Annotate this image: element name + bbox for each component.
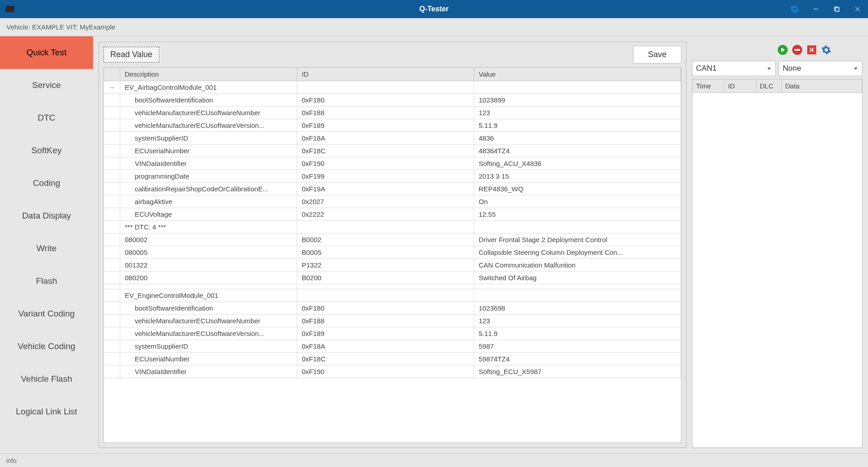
svg-line-6: [851, 45, 860, 54]
statusbar: info: [0, 453, 868, 467]
table-row[interactable]: calibrationRepairShopCodeOrCalibrationE.…: [104, 183, 681, 195]
table-row[interactable]: bootSoftwareIdentification0xF1801023698: [104, 302, 681, 315]
stop-button[interactable]: [791, 44, 804, 56]
table-row[interactable]: VINDataIdentifier0xF190Softing_ACU_X4836: [104, 157, 681, 170]
settings-icon[interactable]: [784, 0, 805, 18]
table-row[interactable]: ECUVoltage0x222212.55: [104, 208, 681, 221]
status-text: info: [6, 457, 17, 464]
sidebar: Quick TestServiceDTCSoftKeyCodingData Di…: [0, 36, 93, 453]
column-trace-id[interactable]: ID: [724, 79, 756, 93]
table-row[interactable]: [104, 284, 681, 289]
sidebar-item-vehicle-coding[interactable]: Vehicle Coding: [0, 330, 93, 363]
vehicle-info-bar: Vehicle: EXAMPLE VIT: MyExample: [0, 18, 868, 36]
data-grid[interactable]: Description ID Value →EV_AirbagControlMo…: [104, 68, 681, 443]
table-row[interactable]: ECUserialNumber0xF18C59874TZ4: [104, 353, 681, 365]
sidebar-item-service[interactable]: Service: [0, 69, 93, 102]
close-icon: [849, 44, 862, 56]
pin-button[interactable]: [834, 44, 847, 56]
sidebar-item-dtc[interactable]: DTC: [0, 102, 93, 134]
filter-select[interactable]: None: [779, 61, 863, 76]
close-button[interactable]: [847, 0, 868, 18]
table-row[interactable]: programmingDate0xF1992013 3 15: [104, 170, 681, 183]
table-row[interactable]: systemSupplierID0xF18A4836: [104, 132, 681, 145]
right-toolbar: ✕: [692, 42, 863, 61]
delete-icon: ✕: [807, 45, 816, 54]
table-row[interactable]: EV_EngineControlModule_001: [104, 289, 681, 302]
sidebar-item-logical-link-list[interactable]: Logical Link List: [0, 395, 93, 428]
table-row[interactable]: vehicleManufacturerECUsoftwareNumber0xF1…: [104, 315, 681, 327]
column-id[interactable]: ID: [297, 68, 474, 81]
svg-rect-2: [835, 8, 839, 11]
delete-button[interactable]: ✕: [805, 44, 818, 56]
minimize-button[interactable]: [805, 0, 826, 18]
trace-table[interactable]: Time ID DLC Data: [692, 79, 863, 448]
table-row[interactable]: →EV_AirbagControlModule_001: [104, 81, 681, 94]
sidebar-item-vehicle-flash[interactable]: Vehicle Flash: [0, 363, 93, 395]
table-row[interactable]: 080002B0002Driver Frontal Stage 2 Deploy…: [104, 234, 681, 246]
sidebar-item-softkey[interactable]: SoftKey: [0, 134, 93, 167]
column-description[interactable]: Description: [120, 68, 297, 81]
sidebar-item-coding[interactable]: Coding: [0, 167, 93, 199]
play-button[interactable]: [776, 44, 789, 56]
main-panel: Read Value Save Description ID Value →EV…: [98, 42, 687, 448]
sidebar-item-data-display[interactable]: Data Display: [0, 199, 93, 232]
svg-line-7: [851, 45, 860, 54]
configure-button[interactable]: [820, 44, 833, 56]
table-row[interactable]: airbagAktive0x2027On: [104, 195, 681, 208]
close-panel-button[interactable]: [849, 44, 862, 56]
table-row[interactable]: systemSupplierID0xF18A5987: [104, 340, 681, 353]
sidebar-item-quick-test[interactable]: Quick Test: [0, 36, 93, 69]
table-row[interactable]: *** DTC: 4 ***: [104, 221, 681, 234]
titlebar: Q-Tester: [0, 0, 868, 18]
pin-icon: [834, 44, 847, 56]
table-row[interactable]: vehicleManufacturerECUsoftwareNumber0xF1…: [104, 107, 681, 119]
sidebar-item-variant-coding[interactable]: Variant Coding: [0, 297, 93, 330]
table-row[interactable]: vehicleManufacturerECUsoftwareVersion...…: [104, 327, 681, 340]
table-row[interactable]: ECUserialNumber0xF18C48364TZ4: [104, 145, 681, 157]
table-row[interactable]: VINDataIdentifier0xF190Softing_ECU_X5987: [104, 365, 681, 378]
column-data[interactable]: Data: [781, 79, 862, 93]
table-row[interactable]: 080200B0200Switched Of Airbag: [104, 272, 681, 284]
stop-icon: [792, 45, 802, 55]
column-time[interactable]: Time: [692, 79, 724, 93]
play-icon: [778, 45, 788, 55]
maximize-button[interactable]: [826, 0, 847, 18]
sidebar-item-write[interactable]: Write: [0, 232, 93, 265]
gear-icon: [821, 45, 831, 55]
app-icon: [5, 6, 15, 12]
table-row[interactable]: 001322P1322CAN Communication Malfuntion: [104, 259, 681, 272]
save-button[interactable]: Save: [633, 46, 682, 63]
read-value-button[interactable]: Read Value: [103, 47, 159, 63]
can-select[interactable]: CAN1: [692, 61, 776, 76]
column-value[interactable]: Value: [474, 68, 681, 81]
table-row[interactable]: 080005B0005Collapsible Steering Column D…: [104, 246, 681, 259]
column-dlc[interactable]: DLC: [756, 79, 781, 93]
sidebar-item-flash[interactable]: Flash: [0, 265, 93, 297]
table-row[interactable]: vehicleManufacturerECUsoftwareVersion...…: [104, 119, 681, 132]
table-row[interactable]: bootSoftwareIdentification0xF1801023899: [104, 94, 681, 107]
app-title: Q-Tester: [419, 5, 449, 13]
